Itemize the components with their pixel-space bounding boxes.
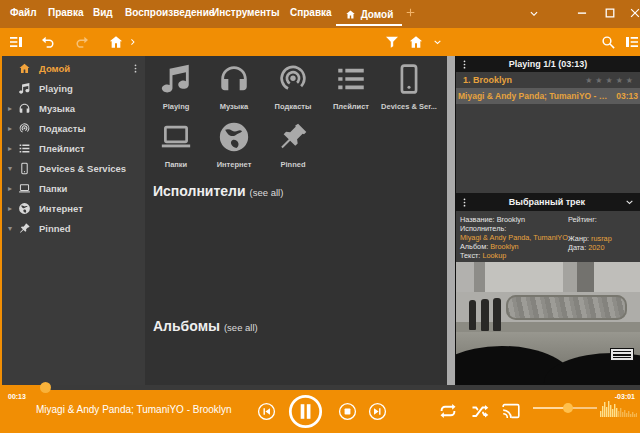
seekbar-handle[interactable] xyxy=(40,382,51,393)
sidebar-toggle-icon[interactable] xyxy=(8,34,24,50)
sidebar-item-label: Devices & Services xyxy=(39,163,147,174)
queue-item[interactable]: 1. Brooklyn ★★★★★ xyxy=(456,72,640,88)
next-button[interactable] xyxy=(368,402,387,421)
album-link[interactable]: Brooklyn xyxy=(490,242,518,251)
close-icon[interactable] xyxy=(628,6,640,20)
collapse-chevron-icon[interactable] xyxy=(624,197,635,208)
laptop-icon xyxy=(159,120,193,154)
playlist-icon xyxy=(18,142,31,155)
grid-item-folders[interactable]: Папки xyxy=(147,120,205,169)
spacer xyxy=(568,224,612,234)
filter-icon[interactable] xyxy=(384,34,400,50)
menu-view[interactable]: Вид xyxy=(93,7,113,18)
sidebar-item-playlist[interactable]: ▸ Плейлист xyxy=(2,138,147,158)
visualizer-icon[interactable] xyxy=(600,399,637,419)
sidebar-item-music[interactable]: ▸ Музыка xyxy=(2,98,147,118)
laptop-icon xyxy=(18,182,31,195)
expand-arrow[interactable]: ▸ xyxy=(2,184,18,193)
selected-track-header[interactable]: Выбранный трек xyxy=(456,193,640,211)
grid-item-devices[interactable]: Devices & Ser... xyxy=(380,62,438,111)
tab-home[interactable]: Домой xyxy=(334,0,404,28)
dots-menu-icon[interactable] xyxy=(459,197,470,208)
podcast-icon xyxy=(18,122,31,135)
redo-icon[interactable] xyxy=(74,34,90,50)
volume-handle[interactable] xyxy=(563,403,573,413)
lyrics-label: Текст: xyxy=(460,251,480,260)
grid-item-playing[interactable]: Playing xyxy=(147,62,205,111)
cast-button[interactable] xyxy=(500,400,522,422)
seekbar[interactable] xyxy=(0,385,640,390)
tab-label: Домой xyxy=(361,9,394,20)
pause-button[interactable] xyxy=(288,394,323,429)
undo-icon[interactable] xyxy=(40,34,56,50)
stop-button[interactable] xyxy=(338,402,357,421)
previous-button[interactable] xyxy=(257,402,276,421)
expand-arrow[interactable]: ▸ xyxy=(2,104,18,113)
content-scrollbar[interactable] xyxy=(447,56,455,385)
grid-item-music[interactable]: Музыка xyxy=(205,62,263,111)
menu-file[interactable]: Файл xyxy=(10,7,37,18)
home-nav-icon[interactable] xyxy=(108,34,124,50)
globe-icon xyxy=(18,202,31,215)
albums-title: Альбомы xyxy=(153,318,220,334)
maximize-icon[interactable] xyxy=(603,6,617,20)
sidebar-item-label: Playing xyxy=(39,83,147,94)
queue-item-selected[interactable]: Miyagi & Andy Panda; TumaniYO - Brookl..… xyxy=(456,88,640,104)
rating-label: Рейтинг: xyxy=(568,215,612,224)
new-tab-icon[interactable] xyxy=(404,6,417,19)
sidebar-item-pinned[interactable]: ▾ Pinned xyxy=(2,218,147,238)
filter-chevron-icon[interactable] xyxy=(432,37,443,48)
menu-edit[interactable]: Правка xyxy=(48,7,84,18)
lyrics-lookup-link[interactable]: Lookup xyxy=(482,251,506,260)
sidebar-item-label: Pinned xyxy=(39,223,147,234)
expand-arrow[interactable]: ▾ xyxy=(2,224,18,233)
date-link[interactable]: 2020 xyxy=(588,243,604,252)
music-note-icon xyxy=(159,62,193,96)
rating-stars-icon[interactable]: ★★★★★ xyxy=(585,76,636,85)
queue-header-title: Playing 1/1 (03:13) xyxy=(470,59,626,69)
forward-chevron-icon[interactable] xyxy=(128,37,138,47)
menu-help[interactable]: Справка xyxy=(290,7,332,18)
name-value: Brooklyn xyxy=(497,215,525,224)
dots-menu-icon[interactable] xyxy=(459,59,470,70)
parental-advisory-label xyxy=(610,348,634,361)
grid-item-internet[interactable]: Интернет xyxy=(205,120,263,169)
expand-arrow[interactable]: ▾ xyxy=(2,164,18,173)
genre-link[interactable]: rusrap xyxy=(591,234,612,243)
artists-see-all-link[interactable]: (see all) xyxy=(250,187,284,198)
window-menu-chevron-icon[interactable] xyxy=(528,8,540,20)
sidebar-item-home[interactable]: Домой xyxy=(2,58,147,78)
scrollbar-thumb[interactable] xyxy=(447,56,455,385)
right-panel-toggle-icon[interactable] xyxy=(624,34,640,50)
albums-see-all-link[interactable]: (see all) xyxy=(224,322,258,333)
expand-arrow[interactable]: ▸ xyxy=(2,124,18,133)
queue-header[interactable]: Playing 1/1 (03:13) xyxy=(456,56,640,72)
menu-playback[interactable]: Воспроизведение xyxy=(125,7,214,18)
track-info: Название: Brooklyn Исполнитель: Miyagi &… xyxy=(456,211,640,262)
sidebar-item-internet[interactable]: ▸ Интернет xyxy=(2,198,147,218)
search-icon[interactable] xyxy=(600,34,616,50)
grid-item-pinned[interactable]: Pinned xyxy=(264,120,322,169)
sidebar-item-podcasts[interactable]: ▸ Подкасты xyxy=(2,118,147,138)
expand-arrow[interactable]: ▸ xyxy=(2,204,18,213)
sidebar-item-playing[interactable]: Playing xyxy=(2,78,147,98)
grid-item-label: Музыка xyxy=(205,102,263,111)
grid-item-podcasts[interactable]: Подкасты xyxy=(264,62,322,111)
volume-slider[interactable] xyxy=(533,407,597,409)
sidebar-item-folders[interactable]: ▸ Папки xyxy=(2,178,147,198)
sidebar-item-devices[interactable]: ▾ Devices & Services xyxy=(2,158,147,178)
music-note-icon xyxy=(18,82,31,95)
repeat-button[interactable] xyxy=(438,401,458,421)
artist-links[interactable]: Miyagi & Andy Panda, TumaniYO xyxy=(460,233,568,242)
seekbar-played xyxy=(0,385,45,390)
filter-home-icon[interactable] xyxy=(408,34,424,50)
album-art-graffiti xyxy=(506,295,627,320)
expand-arrow[interactable]: ▸ xyxy=(2,144,18,153)
menu-tools[interactable]: Инструменты xyxy=(212,7,280,18)
dots-menu-icon[interactable] xyxy=(130,63,141,74)
selected-track-title: Выбранный трек xyxy=(470,197,624,207)
minimize-icon[interactable] xyxy=(575,6,589,20)
artist-label: Исполнитель: xyxy=(460,224,506,233)
shuffle-button[interactable] xyxy=(470,401,490,421)
grid-item-playlist[interactable]: Плейлист xyxy=(322,62,380,111)
